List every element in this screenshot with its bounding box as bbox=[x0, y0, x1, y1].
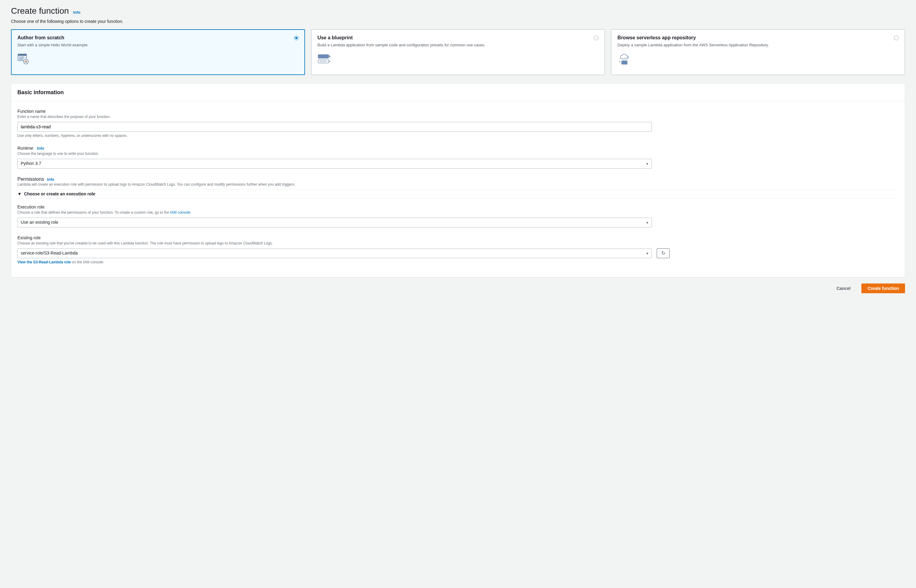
create-function-button[interactable]: Create function bbox=[861, 283, 905, 293]
cancel-button[interactable]: Cancel bbox=[830, 283, 856, 293]
iam-console-link[interactable]: IAM console bbox=[170, 210, 190, 215]
tile-author-from-scratch[interactable]: Author from scratch Start with a simple … bbox=[11, 29, 305, 75]
panel-title: Basic information bbox=[18, 89, 898, 96]
tile-serverless-repo[interactable]: Browse serverless app repository Deploy … bbox=[611, 29, 905, 75]
existing-role-label: Existing role bbox=[18, 235, 898, 240]
expander-label-text: Choose or create an execution role bbox=[24, 191, 95, 196]
svg-rect-11 bbox=[621, 61, 627, 64]
permissions-info-link[interactable]: Info bbox=[47, 177, 54, 182]
radio-author-from-scratch[interactable] bbox=[294, 36, 299, 40]
caret-down-icon: ▼ bbox=[18, 191, 22, 196]
execution-role-label: Execution role bbox=[18, 205, 898, 209]
runtime-select[interactable]: Python 3.7 bbox=[18, 159, 652, 168]
runtime-info-link[interactable]: Info bbox=[37, 146, 44, 150]
svg-point-6 bbox=[25, 61, 26, 62]
tile-title: Author from scratch bbox=[18, 35, 89, 40]
svg-rect-8 bbox=[318, 60, 329, 63]
execution-role-expander[interactable]: ▼ Choose or create an execution role bbox=[18, 189, 898, 199]
radio-serverless-repo[interactable] bbox=[894, 36, 898, 40]
execution-role-select[interactable]: Use an existing role bbox=[18, 218, 652, 228]
runtime-field: Runtime Info Choose the language to use … bbox=[18, 146, 898, 168]
function-name-field: Function name Enter a name that describe… bbox=[18, 109, 898, 138]
page-title: Create function bbox=[11, 6, 69, 16]
existing-role-hint: Choose an existing role that you've crea… bbox=[18, 241, 898, 246]
function-name-input[interactable] bbox=[18, 122, 652, 132]
svg-rect-7 bbox=[318, 55, 329, 58]
info-link[interactable]: Info bbox=[73, 10, 81, 15]
tile-desc: Build a Lambda application from sample c… bbox=[317, 42, 486, 48]
scratch-icon bbox=[18, 53, 299, 66]
page-subtitle: Choose one of the following options to c… bbox=[11, 19, 905, 24]
permissions-heading: Permissions bbox=[18, 176, 44, 182]
tile-title: Use a blueprint bbox=[317, 35, 486, 40]
blueprint-icon bbox=[317, 53, 599, 66]
tile-desc: Start with a simple Hello World example. bbox=[18, 42, 89, 48]
svg-rect-1 bbox=[18, 54, 26, 56]
refresh-icon: ↻ bbox=[661, 250, 665, 256]
creation-option-tiles: Author from scratch Start with a simple … bbox=[11, 29, 905, 75]
execution-role-field: Execution role Choose a role that define… bbox=[18, 205, 898, 228]
tile-use-blueprint[interactable]: Use a blueprint Build a Lambda applicati… bbox=[311, 29, 605, 75]
runtime-hint: Choose the language to use to write your… bbox=[18, 151, 898, 157]
serverless-icon bbox=[617, 53, 898, 66]
function-name-constraint: Use only letters, numbers, hyphens, or u… bbox=[18, 134, 898, 138]
function-name-label: Function name bbox=[18, 109, 898, 114]
execution-role-hint: Choose a role that defines the permissio… bbox=[18, 210, 898, 215]
existing-role-field: Existing role Choose an existing role th… bbox=[18, 235, 898, 264]
view-role-suffix: on the IAM console. bbox=[71, 260, 104, 264]
permissions-hint: Lambda will create an execution role wit… bbox=[18, 182, 898, 187]
runtime-label: Runtime bbox=[18, 146, 33, 150]
tile-title: Browse serverless app repository bbox=[617, 35, 769, 40]
refresh-roles-button[interactable]: ↻ bbox=[657, 249, 670, 258]
tile-desc: Deploy a sample Lambda application from … bbox=[617, 42, 769, 48]
basic-information-panel: Basic information Function name Enter a … bbox=[11, 84, 905, 277]
function-name-hint: Enter a name that describes the purpose … bbox=[18, 114, 898, 120]
existing-role-select[interactable]: service-role/S3-Read-Lambda bbox=[18, 249, 652, 258]
view-role-link[interactable]: View the S3-Read-Lambda role bbox=[18, 260, 71, 264]
radio-blueprint[interactable] bbox=[594, 36, 599, 40]
footer-actions: Cancel Create function bbox=[11, 283, 905, 293]
